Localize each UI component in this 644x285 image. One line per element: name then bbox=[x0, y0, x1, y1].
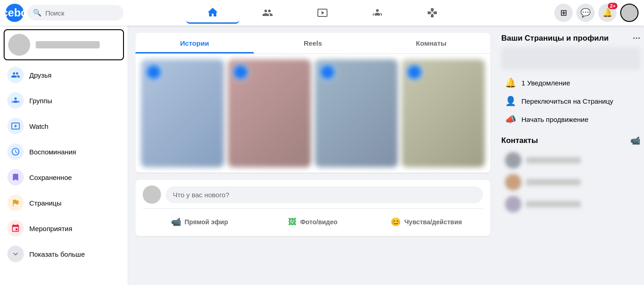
nav-friends[interactable] bbox=[241, 2, 294, 24]
contact-name-1 bbox=[526, 157, 581, 164]
contact-avatar-3 bbox=[505, 196, 521, 212]
sidebar-pages-label: Страницы bbox=[29, 199, 61, 207]
messenger-button[interactable]: 💬 bbox=[576, 4, 595, 22]
post-actions: 📹 Прямой эфир 🖼 Фото/видео 😊 Чувства/дей… bbox=[143, 208, 483, 231]
notifications-button[interactable]: 🔔 2+ bbox=[598, 4, 617, 22]
contacts-section: Контакты 📹 bbox=[501, 136, 640, 146]
post-action-feeling[interactable]: 😊 Чувства/действия bbox=[370, 213, 483, 231]
sidebar-profile[interactable] bbox=[4, 29, 124, 60]
groups-icon bbox=[372, 7, 383, 18]
contact-avatar-1 bbox=[505, 152, 521, 169]
show-more-icon bbox=[7, 246, 24, 262]
watch-icon bbox=[7, 118, 24, 134]
home-icon bbox=[207, 7, 218, 18]
search-placeholder: Поиск bbox=[45, 9, 64, 17]
search-icon: 🔍 bbox=[33, 9, 42, 17]
sidebar-saved-label: Сохраненное bbox=[29, 174, 72, 181]
sidebar-item-groups[interactable]: Группы bbox=[4, 88, 124, 113]
story-avatar-4 bbox=[406, 64, 423, 80]
nav-watch[interactable] bbox=[296, 2, 349, 24]
gaming-icon bbox=[427, 7, 438, 18]
friends-icon bbox=[7, 67, 24, 83]
promote-icon: 📣 bbox=[505, 114, 516, 125]
sidebar-item-saved[interactable]: Сохраненное bbox=[4, 164, 124, 190]
post-action-photo[interactable]: 🖼 Фото/видео bbox=[256, 213, 370, 231]
contact-name-3 bbox=[526, 201, 581, 207]
nav-right: ⊞ 💬 🔔 2+ bbox=[516, 4, 644, 22]
messenger-icon: 💬 bbox=[580, 8, 590, 18]
video-call-icon[interactable]: 📹 bbox=[630, 136, 640, 146]
contact-name-2 bbox=[526, 179, 581, 185]
sidebar-user-avatar bbox=[8, 34, 30, 56]
menu-button[interactable]: ⊞ bbox=[554, 4, 573, 22]
photo-label: Фото/видео bbox=[300, 218, 338, 226]
feeling-icon: 😊 bbox=[391, 217, 401, 227]
contacts-title-text: Контакты bbox=[501, 136, 538, 145]
sidebar-item-events[interactable]: Мероприятия bbox=[4, 216, 124, 241]
pages-more-button[interactable]: ··· bbox=[633, 33, 640, 43]
nav-center bbox=[129, 2, 516, 24]
post-user-avatar bbox=[143, 185, 161, 204]
post-input[interactable]: Что у вас нового? bbox=[166, 186, 483, 203]
bell-icon: 🔔 bbox=[602, 8, 612, 18]
pages-icon bbox=[7, 195, 24, 211]
story-avatar-3 bbox=[319, 64, 336, 80]
memories-icon bbox=[7, 143, 24, 160]
post-action-live[interactable]: 📹 Прямой эфир bbox=[143, 213, 256, 231]
nav-home[interactable] bbox=[186, 2, 239, 24]
story-avatar-2 bbox=[232, 64, 249, 80]
nav-groups[interactable] bbox=[351, 2, 404, 24]
search-bar[interactable]: 🔍 Поиск bbox=[27, 5, 123, 21]
contact-item-3[interactable] bbox=[501, 193, 640, 215]
grid-icon: ⊞ bbox=[560, 8, 567, 18]
contact-avatar-2 bbox=[505, 174, 521, 190]
story-item-4[interactable] bbox=[402, 59, 485, 167]
groups-icon bbox=[7, 92, 24, 109]
sidebar-show-more-label: Показать больше bbox=[29, 250, 85, 258]
sidebar-item-pages[interactable]: Страницы bbox=[4, 190, 124, 216]
right-sidebar: Ваши Страницы и профили ··· 🔔 1 Уведомле… bbox=[498, 26, 644, 285]
stories-content bbox=[135, 54, 490, 173]
tab-reels[interactable]: Reels bbox=[254, 33, 372, 53]
profile-avatar-button[interactable] bbox=[620, 4, 639, 22]
sidebar-item-watch[interactable]: Watch bbox=[4, 113, 124, 139]
sidebar-watch-label: Watch bbox=[29, 122, 48, 130]
top-nav: Facebook 🔍 Поиск bbox=[0, 0, 644, 26]
story-item-2[interactable] bbox=[228, 59, 311, 167]
tab-stories[interactable]: Истории bbox=[135, 33, 254, 53]
live-label: Прямой эфир bbox=[185, 218, 228, 226]
promote-item[interactable]: 📣 Начать продвижение bbox=[501, 110, 640, 128]
contact-item-1[interactable] bbox=[501, 149, 640, 171]
story-item-1[interactable] bbox=[141, 59, 224, 167]
stories-card: Истории Reels Комнаты bbox=[135, 33, 490, 173]
sidebar-groups-label: Группы bbox=[29, 97, 52, 105]
page-thumbnail bbox=[501, 47, 640, 70]
photo-icon: 🖼 bbox=[288, 217, 296, 227]
watch-icon bbox=[317, 7, 328, 18]
switch-page-item[interactable]: 👤 Переключиться на Страницу bbox=[501, 92, 640, 110]
sidebar-item-friends[interactable]: Друзья bbox=[4, 62, 124, 88]
pages-title-text: Ваши Страницы и профили bbox=[501, 34, 609, 43]
switch-label: Переключиться на Страницу bbox=[521, 97, 613, 105]
stories-tabs: Истории Reels Комнаты bbox=[135, 33, 490, 54]
promote-label: Начать продвижение bbox=[521, 116, 588, 123]
events-icon bbox=[7, 220, 24, 237]
sidebar-item-show-more[interactable]: Показать больше bbox=[4, 241, 124, 267]
contact-item-2[interactable] bbox=[501, 171, 640, 193]
notifications-item[interactable]: 🔔 1 Уведомление bbox=[501, 74, 640, 92]
post-box: Что у вас нового? 📹 Прямой эфир 🖼 Фото/в… bbox=[135, 180, 490, 236]
nav-gaming[interactable] bbox=[406, 2, 459, 24]
sidebar-events-label: Мероприятия bbox=[29, 225, 72, 232]
facebook-logo[interactable]: Facebook bbox=[5, 4, 24, 22]
sidebar-item-memories[interactable]: Воспоминания bbox=[4, 139, 124, 164]
sidebar-memories-label: Воспоминания bbox=[29, 148, 76, 156]
sidebar-friends-label: Друзья bbox=[29, 71, 52, 79]
switch-icon: 👤 bbox=[505, 95, 516, 106]
live-icon: 📹 bbox=[171, 217, 181, 227]
post-box-top: Что у вас нового? bbox=[143, 185, 483, 204]
story-item-3[interactable] bbox=[315, 59, 398, 167]
main-content: Истории Reels Комнаты bbox=[128, 26, 498, 285]
tab-rooms[interactable]: Комнаты bbox=[372, 33, 490, 53]
left-sidebar: Друзья Группы Watch Воспоминания bbox=[0, 26, 128, 285]
notifications-badge: 2+ bbox=[608, 3, 617, 9]
